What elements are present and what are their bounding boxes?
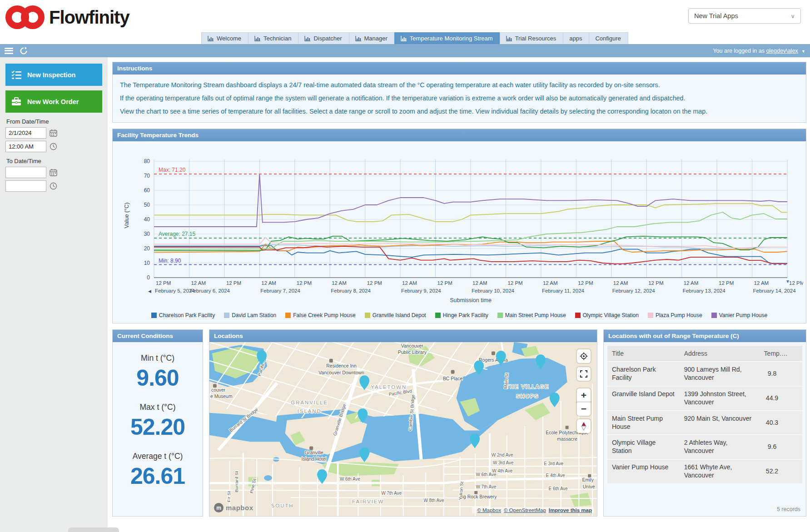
map-label: E 4th Ave [546,473,566,478]
current-conditions-title: Current Conditions [117,333,173,339]
refresh-icon[interactable] [20,47,28,55]
legend-item[interactable]: Hinge Park Facility [435,312,488,318]
new-work-order-button[interactable]: New Work Order [5,90,102,113]
map-label: E 6th Ave [549,486,568,491]
bar-chart-icon [355,36,362,41]
calendar-icon[interactable] [50,129,57,137]
map-label: e Museum [210,393,233,399]
legend-item[interactable]: Olympic Village Station [575,312,639,318]
instructions-paragraph: View the chart to see a time series of t… [120,108,799,115]
clock-icon[interactable] [50,143,57,150]
clock-icon[interactable] [50,182,57,190]
tab-manager[interactable]: Manager [349,32,395,44]
locations-map-title: Locations [214,333,243,339]
cell-temp: 40.3 [760,415,785,431]
to-datetime-label: To Date/Time [6,158,102,164]
map-label: Big Rock Brewery [459,494,497,499]
mapbox-attribution-link[interactable]: © Mapbox [477,507,501,513]
svg-text:12 PM: 12 PM [789,280,803,286]
map-canvas[interactable]: VancouverPublic LibraryRogers ArenaBC Pl… [209,342,597,516]
calendar-icon[interactable] [50,169,57,176]
tab-trial-resources[interactable]: Trial Resources [500,32,564,44]
tab-temperature-monitoring-stream[interactable]: Temperature Monitoring Stream [394,32,500,44]
map-image: VancouverPublic LibraryRogers ArenaBC Pl… [209,342,597,516]
osm-attribution-link[interactable]: © OpenStreetMap [504,507,546,513]
geolocate-button[interactable] [577,349,591,363]
tab-dispatcher[interactable]: Dispatcher [298,32,349,44]
geolocate-icon [580,352,588,360]
table-row[interactable]: Charelson Park Facility900 Lameys Mill R… [607,362,802,386]
cell-spacer [785,460,802,483]
chart-panel-title: Facility Temperature Trends [117,132,199,139]
bar-chart-icon [208,36,214,41]
legend-label: False Creek Pump House [293,312,355,318]
fullscreen-button[interactable] [577,367,591,381]
hamburger-menu-icon[interactable] [5,48,13,54]
legend-swatch-icon [711,313,717,318]
table-column-header[interactable] [785,346,802,361]
map-label: Unive [583,483,595,489]
svg-text:February 12, 2024: February 12, 2024 [612,288,656,293]
zoom-in-button[interactable]: + [577,388,591,402]
tab-technician[interactable]: Technician [248,32,298,44]
tab-apps[interactable]: apps [563,32,589,44]
cell-title: Vanier Pump House [607,460,680,483]
from-time-input[interactable] [5,141,46,152]
cell-address: 920 Main St, Vancouver [680,411,760,435]
sidebar: New Inspection New Work Order From Date/… [0,57,108,532]
table-header-row: TitleAddressTemp.… [607,346,802,361]
svg-text:February 13, 2024: February 13, 2024 [683,288,726,293]
legend-item[interactable]: Plaza Pump House [648,312,702,318]
svg-text:0: 0 [147,274,150,281]
map-label: couver [211,387,226,392]
legend-item[interactable]: Vanier Pump House [711,312,768,318]
from-date-input[interactable] [5,127,46,139]
new-inspection-label: New Inspection [27,71,75,79]
app-selector-value: New Trial Apps [694,12,738,20]
svg-text:February 8, 2024: February 8, 2024 [331,288,371,293]
map-label: Burrard St [234,471,239,492]
legend-item[interactable]: False Creek Pump House [285,312,355,318]
tab-label: Technician [263,35,291,42]
table-row[interactable]: Granville Island Depot1399 Johnston Stre… [607,387,802,410]
table-column-header[interactable]: Temp.… [760,346,785,361]
username-link[interactable]: olegdev\alex [766,48,798,54]
table-column-header[interactable]: Title [607,346,680,361]
table-row[interactable]: Main Street Pump House920 Main St, Vanco… [607,411,802,435]
svg-text:10: 10 [144,260,150,266]
temperature-chart[interactable]: 0102030405060708012 PMFebruary 5, 2024◀1… [115,143,803,310]
table-row[interactable]: Vanier Pump House1661 Whyte Ave, Vancouv… [607,460,802,483]
cell-spacer [785,362,802,386]
legend-item[interactable]: Granville Island Depot [365,312,426,318]
svg-text:Value (°C): Value (°C) [124,203,130,229]
out-of-range-title: Locations with out of Range Temperature … [608,333,739,339]
user-menu-caret-icon[interactable]: ▼ [801,49,805,54]
svg-text:20: 20 [144,245,150,252]
to-time-input[interactable] [5,180,46,192]
map-label: SOUTH [271,502,294,508]
new-inspection-button[interactable]: New Inspection [5,64,102,86]
compass-button[interactable] [577,419,591,433]
legend-item[interactable]: Charelson Park Facility [151,312,215,318]
zoom-out-button[interactable]: − [577,402,591,416]
cell-temp: 44.9 [760,391,785,406]
cell-title: Main Street Pump House [607,411,680,435]
improve-map-link[interactable]: Improve this map [549,507,592,513]
tab-welcome[interactable]: Welcome [201,32,248,44]
legend-label: Olympic Village Station [583,312,639,318]
legend-swatch-icon [435,313,441,318]
legend-swatch-icon [497,313,503,318]
condition-value: 9.60 [113,365,203,391]
table-row[interactable]: Olympic Village Station2 Athletes Way, V… [607,435,802,459]
login-status: You are logged in as olegdev\alex ▼ [713,48,805,54]
bar-chart-icon [506,36,512,41]
mapbox-logo[interactable]: m mapbox [214,503,253,512]
table-column-header[interactable]: Address [680,346,760,361]
legend-item[interactable]: David Lam Station [224,312,276,318]
legend-item[interactable]: Main Street Pump House [497,312,566,318]
map-label: Emily [582,477,594,482]
to-date-input[interactable] [5,167,46,178]
app-selector-dropdown[interactable]: New Trial Apps ∨ [688,8,801,24]
legend-label: Plaza Pump House [656,312,702,318]
tab-configure[interactable]: Configure [589,32,628,44]
